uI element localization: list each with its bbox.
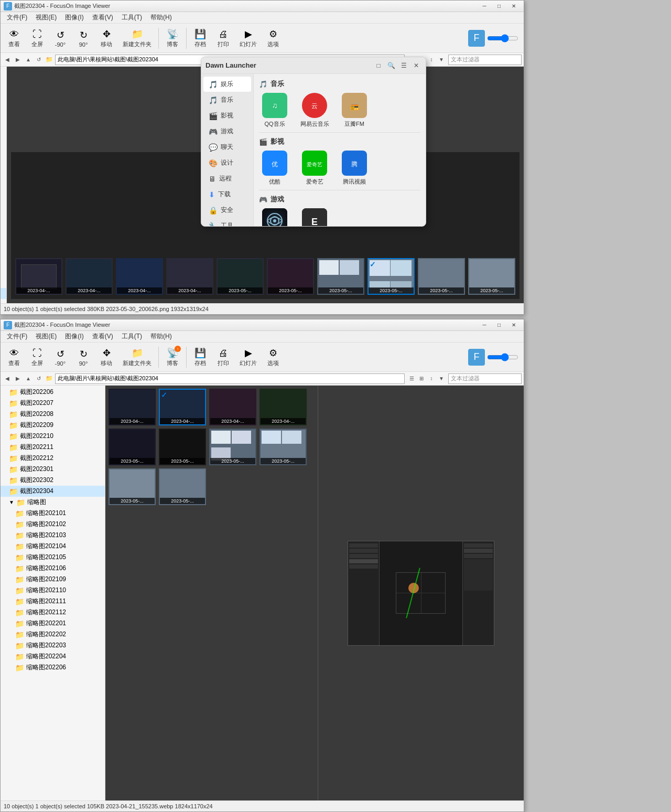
filter-btn-b[interactable]: ▼ (437, 374, 446, 383)
sidebar-item-202207[interactable]: 📁 截图202207 (1, 211, 7, 222)
dl-sidebar-download[interactable]: ⬇ 下载 (203, 187, 251, 202)
menu-look-bottom[interactable]: 查看(V) (88, 331, 117, 342)
dl-sidebar-security[interactable]: 🔒 安全 (203, 202, 251, 218)
toolbar-blog-btn-b[interactable]: 📡 ! 博客 (162, 345, 183, 369)
sort-btn[interactable]: ↕ (427, 55, 436, 65)
toolbar-save-btn[interactable]: 💾 存档 (190, 26, 211, 50)
dl-app-iqiyi[interactable]: 爱奇艺 爱奇艺 (299, 151, 330, 186)
sidebar-b-sub9[interactable]: 📁 缩略图202111 (1, 596, 105, 607)
sidebar-b-202212[interactable]: 📁 截图202212 (1, 453, 105, 464)
toolbar-slideshow-btn-b[interactable]: ▶ 幻灯片 (236, 345, 261, 369)
dl-minimize-btn[interactable]: □ (373, 60, 384, 71)
thumb-4[interactable]: 2023-04-... (166, 258, 213, 295)
dl-app-youku[interactable]: 优 优酷 (259, 151, 290, 186)
dl-sidebar-yule[interactable]: 🎵 娱乐 (203, 77, 251, 92)
toolbar-view-btn[interactable]: 👁 查看 (4, 26, 25, 50)
toolbar-view-btn-b[interactable]: 👁 查看 (4, 345, 25, 369)
dl-zoom-btn[interactable]: 🔍 (386, 60, 396, 71)
bthumb-2[interactable]: ✓ 2023-04-... (159, 389, 206, 425)
toolbar-rotate-left-btn[interactable]: ↺ -90° (50, 27, 71, 49)
sidebar-b-202302[interactable]: 📁 截图202302 (1, 475, 105, 486)
dl-app-tencent-video[interactable]: 腾 腾讯视频 (339, 151, 370, 186)
bthumb-9[interactable]: 2023-05-... (109, 468, 156, 505)
sidebar-b-sub7[interactable]: 📁 缩略图202109 (1, 574, 105, 585)
dl-sidebar-tools[interactable]: 🔧 工具 (203, 218, 251, 227)
thumb-1[interactable]: 2023-04-... (15, 258, 62, 295)
dl-app-epic[interactable]: E Epic (299, 208, 330, 227)
sidebar-item-202103[interactable]: 📁 截图202103 (1, 68, 7, 79)
dl-app-netease[interactable]: 云 网易云音乐 (299, 93, 330, 128)
thumb-10[interactable]: 2023-05-... (468, 258, 515, 295)
thumb-6[interactable]: 2023-05-... (267, 258, 314, 295)
sidebar-item-202208[interactable]: 📁 截图202208 (1, 222, 7, 233)
sidebar-b-202210[interactable]: 📁 截图202210 (1, 431, 105, 442)
sidebar-item-202206[interactable]: 📁 截图202206 (1, 200, 7, 211)
toolbar-blog-btn[interactable]: 📡 博客 (162, 26, 183, 50)
grid-view-btn-b[interactable]: ⊞ (417, 374, 426, 383)
bthumb-3[interactable]: 2023-04-... (209, 389, 256, 425)
sidebar-item-202201[interactable]: 📁 截图202201 (1, 156, 7, 167)
thumb-3[interactable]: 2023-04-... (116, 258, 163, 295)
toolbar-options-btn-b[interactable]: ⚙ 选项 (263, 345, 284, 369)
sidebar-b-202301[interactable]: 📁 截图202301 (1, 464, 105, 475)
toolbar-fullscreen-btn[interactable]: ⛶ 全屏 (27, 26, 48, 50)
bthumb-1[interactable]: 2023-04-... (109, 389, 156, 425)
sidebar-item-202209[interactable]: 📁 截图202209 (1, 233, 7, 244)
bthumb-10[interactable]: 2023-05-... (159, 468, 206, 505)
bthumb-5[interactable]: 2023-05-... (109, 429, 156, 465)
sidebar-item-202210[interactable]: 📁 截图202210 (1, 244, 7, 255)
menu-look-top[interactable]: 查看(V) (88, 12, 117, 23)
menu-view-top[interactable]: 视图(E) (31, 12, 61, 23)
close-button-bottom[interactable]: ✕ (507, 321, 521, 329)
toolbar-rotate-left-btn-b[interactable]: ↺ -90° (50, 346, 71, 368)
toolbar-rotate-right-btn-b[interactable]: ↻ 90° (73, 346, 94, 368)
nav-back-btn-b[interactable]: ◀ (3, 374, 12, 383)
thumbnail-grid-bottom[interactable]: 2023-04-... ✓ 2023-04-... 2023-04-... 20… (105, 386, 318, 800)
toolbar-move-btn-b[interactable]: ✥ 移动 (96, 345, 117, 369)
thumb-8[interactable]: ✓ 2023-05-... (367, 258, 415, 295)
thumb-9[interactable]: 2023-05-... (418, 258, 465, 295)
close-button-top[interactable]: ✕ (507, 2, 521, 10)
nav-up-btn-b[interactable]: ▲ (24, 374, 33, 383)
menu-image-bottom[interactable]: 图像(I) (61, 331, 88, 342)
dl-sidebar-music[interactable]: 🎵 音乐 (203, 92, 251, 108)
dl-sidebar-chat[interactable]: 💬 聊天 (203, 140, 251, 155)
dl-app-douban[interactable]: 📻 豆瓣FM (339, 93, 370, 128)
nav-refresh-btn[interactable]: ↺ (34, 55, 44, 65)
sidebar-item-202202[interactable]: 📁 截图202202 (1, 167, 7, 178)
sidebar-item-202204[interactable]: 📁 截图202204 (1, 189, 7, 200)
nav-back-btn[interactable]: ◀ (3, 55, 12, 65)
sidebar-item-202304[interactable]: 📁 截图202304 (1, 288, 7, 299)
sidebar-b-202208[interactable]: 📁 截图202208 (1, 409, 105, 420)
sidebar-item-202203[interactable]: 📁 截图202203 (1, 178, 7, 189)
sidebar-b-sub13[interactable]: 📁 缩略图202203 (1, 640, 105, 651)
toolbar-save-btn-b[interactable]: 💾 存档 (190, 345, 211, 369)
maximize-button-bottom[interactable]: □ (492, 321, 506, 329)
list-view-btn-b[interactable]: ☰ (407, 374, 416, 383)
zoom-slider[interactable] (487, 34, 518, 42)
menu-image-top[interactable]: 图像(I) (61, 12, 88, 23)
sidebar-b-sub2[interactable]: 📁 缩略图202102 (1, 519, 105, 530)
bthumb-4[interactable]: 2023-04-... (259, 389, 307, 425)
sidebar-b-sub1[interactable]: 📁 缩略图202101 (1, 508, 105, 519)
sidebar-item-202110[interactable]: 📁 截图202110 (1, 123, 7, 134)
menu-view-bottom[interactable]: 视图(E) (31, 331, 61, 342)
sidebar-b-202207[interactable]: 📁 截图202207 (1, 398, 105, 409)
nav-forward-btn-b[interactable]: ▶ (13, 374, 23, 383)
sidebar-item-202109[interactable]: 📁 截图202109 (1, 112, 7, 123)
sidebar-b-sub6[interactable]: 📁 缩略图202106 (1, 563, 105, 574)
nav-forward-btn[interactable]: ▶ (13, 55, 23, 65)
menu-tools-bottom[interactable]: 工具(T) (117, 331, 146, 342)
thumb-5[interactable]: 2023-05-... (217, 258, 264, 295)
sidebar-b-sub3[interactable]: 📁 缩略图202103 (1, 530, 105, 541)
sidebar-b-202209[interactable]: 📁 截图202209 (1, 420, 105, 431)
sidebar-b-sub11[interactable]: 📁 缩略图202201 (1, 618, 105, 629)
toolbar-new-folder-btn-b[interactable]: 📁 新建文件夹 (119, 345, 155, 369)
filter-btn[interactable]: ▼ (437, 55, 446, 65)
menu-help-top[interactable]: 帮助(H) (146, 12, 176, 23)
sidebar-item-202111[interactable]: 📁 截图202111 (1, 134, 7, 145)
toolbar-new-folder-btn[interactable]: 📁 新建文件夹 (119, 26, 155, 50)
dl-sidebar-remote[interactable]: 🖥 远程 (203, 171, 251, 186)
menu-tools-top[interactable]: 工具(T) (117, 12, 146, 23)
sidebar-b-sub8[interactable]: 📁 缩略图202110 (1, 585, 105, 596)
